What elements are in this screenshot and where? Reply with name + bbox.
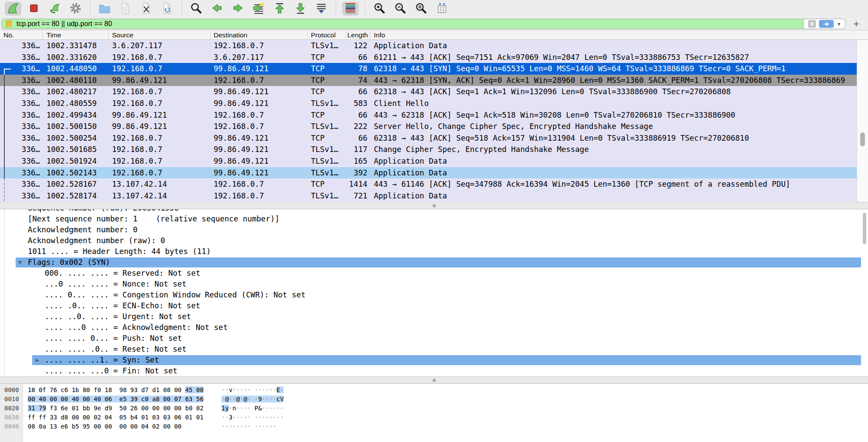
bookmark-icon[interactable]: [5, 20, 12, 28]
detail-line[interactable]: ...0 .... .... = Nonce: Not set: [0, 279, 868, 290]
go-to-packet-button[interactable]: [251, 2, 267, 16]
hex-ascii: ··3····· ········: [221, 413, 284, 422]
go-to-first-packet-button[interactable]: [271, 2, 288, 16]
restart-capture-button[interactable]: [46, 2, 63, 16]
detail-text: .... ...0 .... = Acknowledgment: Not set: [45, 323, 228, 332]
cell-time: 1002.331620: [43, 52, 109, 63]
open-file-button[interactable]: [96, 2, 113, 16]
detail-line[interactable]: .... .0.. .... = ECN-Echo: Not set: [0, 300, 868, 311]
zoom-out-button[interactable]: [392, 2, 409, 16]
detail-line[interactable]: Sequence number (raw): 2005041556: [0, 209, 868, 214]
auto-scroll-button[interactable]: [313, 2, 330, 16]
hex-row[interactable]: 000018 0f 76 c6 1b 80 f0 18 98 93 d7 d1 …: [0, 386, 868, 395]
cell-src: 192.168.0.7: [109, 63, 211, 75]
apply-filter-icon[interactable]: [819, 20, 834, 28]
hex-row[interactable]: 002031 79 f3 6e 01 bb 9e d9 50 26 00 00 …: [0, 404, 868, 413]
cell-len: 78: [346, 63, 370, 75]
go-back-button[interactable]: [209, 2, 225, 16]
packet-row[interactable]: 336…1002.448050192.168.0.799.86.49.121TC…: [0, 63, 857, 75]
packet-row[interactable]: 336…1002.502143192.168.0.799.86.49.121TL…: [0, 167, 857, 179]
detail-line[interactable]: .... 0... .... = Congestion Window Reduc…: [0, 290, 868, 300]
start-capture-button[interactable]: [5, 2, 21, 16]
detail-line[interactable]: 000. .... .... = Reserved: Not set: [0, 268, 868, 279]
detail-line[interactable]: .... ...0 .... = Acknowledgment: Not set: [0, 322, 868, 333]
packet-row[interactable]: 336…1002.331620192.168.0.73.6.207.117TCP…: [0, 52, 857, 63]
packet-row[interactable]: 336…1002.480217192.168.0.799.86.49.121TC…: [0, 86, 857, 98]
cell-len: 222: [346, 121, 370, 132]
resize-columns-button[interactable]: [434, 2, 450, 16]
stop-capture-button[interactable]: [26, 2, 42, 16]
packet-row[interactable]: 336…1002.49943499.86.49.121192.168.0.7TC…: [0, 109, 857, 121]
column-header-length[interactable]: Length: [346, 31, 370, 40]
packet-row[interactable]: 336…1002.52816713.107.42.14192.168.0.7TC…: [0, 178, 857, 190]
add-filter-button[interactable]: +: [851, 17, 862, 30]
detail-line[interactable]: ▶.... .... ..1. = Syn: Set: [0, 355, 868, 366]
packet-row[interactable]: 336…1002.3314783.6.207.117192.168.0.7TLS…: [0, 40, 857, 52]
detail-line[interactable]: .... .... 0... = Push: Not set: [0, 333, 868, 344]
detail-line[interactable]: ▼Flags: 0x002 (SYN): [0, 257, 868, 268]
detail-line[interactable]: [Next sequence number: 1 (relative seque…: [0, 214, 868, 224]
find-packet-button[interactable]: [188, 2, 205, 16]
cell-time: 1002.499434: [43, 109, 109, 121]
arrow-left-icon: [211, 2, 224, 16]
column-header-info[interactable]: Info: [370, 31, 868, 40]
document-reload-icon: [161, 2, 174, 16]
save-file-button[interactable]: [117, 2, 134, 16]
zoom-original-button[interactable]: [413, 2, 429, 16]
collapse-arrow-icon[interactable]: ▼: [18, 257, 22, 268]
packet-row[interactable]: 336…1002.500254192.168.0.799.86.49.121TC…: [0, 132, 857, 144]
cell-dst: 99.86.49.121: [211, 132, 308, 144]
column-header-no[interactable]: No.: [0, 31, 43, 40]
packet-row[interactable]: 336…1002.501685192.168.0.799.86.49.121TL…: [0, 144, 857, 155]
detail-text: Sequence number (raw): 2005041556: [28, 209, 179, 212]
cell-no: 336…: [0, 167, 43, 179]
pane-splitter[interactable]: [0, 376, 868, 384]
detail-line[interactable]: 1011 .... = Header Length: 44 bytes (11): [0, 246, 868, 257]
reload-file-button[interactable]: [159, 2, 175, 16]
column-header-time[interactable]: Time: [43, 31, 109, 40]
colorize-packets-button[interactable]: [342, 2, 359, 16]
detail-text: 000. .... .... = Reserved: Not set: [45, 269, 200, 277]
detail-line[interactable]: .... ..0. .... = Urgent: Not set: [0, 311, 868, 322]
column-header-destination[interactable]: Destination: [211, 31, 308, 40]
detail-line[interactable]: .... .... ...0 = Fin: Not set: [0, 366, 868, 376]
cell-proto: TCP: [308, 75, 346, 86]
go-forward-button[interactable]: [230, 2, 246, 16]
detail-line[interactable]: .... .... .0.. = Reset: Not set: [0, 344, 868, 355]
cell-len: 583: [346, 98, 370, 109]
cell-info: 62318 → 443 [ACK] Seq=1 Ack=1 Win=132096…: [370, 86, 857, 98]
cell-proto: TLSv1…: [308, 190, 346, 202]
hex-row[interactable]: 001000 40 00 00 40 00 40 06 e5 39 c0 a8 …: [0, 395, 868, 404]
scrollbar-thumb[interactable]: [860, 132, 865, 146]
packet-list-scrollbar[interactable]: [857, 40, 868, 202]
cell-src: 192.168.0.7: [109, 132, 211, 144]
cell-proto: TCP: [308, 63, 346, 75]
detail-line[interactable]: Acknowledgment number: 0: [0, 224, 868, 235]
expand-arrow-icon[interactable]: ▶: [36, 355, 39, 366]
packet-row[interactable]: 336…1002.480559192.168.0.799.86.49.121TL…: [0, 98, 857, 109]
hex-offset: 0010: [4, 395, 19, 404]
resize-columns-icon: [436, 2, 449, 16]
go-to-last-packet-button[interactable]: [292, 2, 309, 16]
hex-row[interactable]: 0030ff ff 33 d8 00 00 02 04 05 b4 01 03 …: [0, 413, 868, 422]
packet-row[interactable]: 336…1002.48011099.86.49.121192.168.0.7TC…: [0, 75, 857, 86]
cell-proto: TLSv1…: [308, 144, 346, 155]
pane-splitter[interactable]: [0, 202, 868, 209]
selected-field-highlight: [16, 257, 861, 267]
cell-no: 336…: [0, 144, 43, 155]
filter-dropdown-chevron-icon[interactable]: ▼: [837, 22, 841, 26]
details-scrollbar-thumb[interactable]: [863, 213, 866, 244]
clear-filter-icon[interactable]: ✕: [808, 20, 816, 28]
display-filter-input[interactable]: tcp.port == 80 || udp.port == 80 ✕ ▼: [2, 19, 845, 29]
zoom-in-button[interactable]: [371, 2, 388, 16]
column-header-protocol[interactable]: Protocol: [308, 31, 346, 40]
hex-row[interactable]: 004008 0a 13 e6 b5 95 00 00 00 00 04 02 …: [0, 422, 868, 431]
arrow-right-icon: [231, 2, 244, 16]
detail-line[interactable]: Acknowledgment number (raw): 0: [0, 235, 868, 246]
capture-options-button[interactable]: [67, 2, 84, 16]
packet-row[interactable]: 336…1002.50015099.86.49.121192.168.0.7TL…: [0, 121, 857, 132]
packet-row[interactable]: 336…1002.52817413.107.42.14192.168.0.7TL…: [0, 190, 857, 202]
close-file-button[interactable]: [138, 2, 155, 16]
packet-row[interactable]: 336…1002.501924192.168.0.799.86.49.121TL…: [0, 155, 857, 167]
column-header-source[interactable]: Source: [109, 31, 211, 40]
